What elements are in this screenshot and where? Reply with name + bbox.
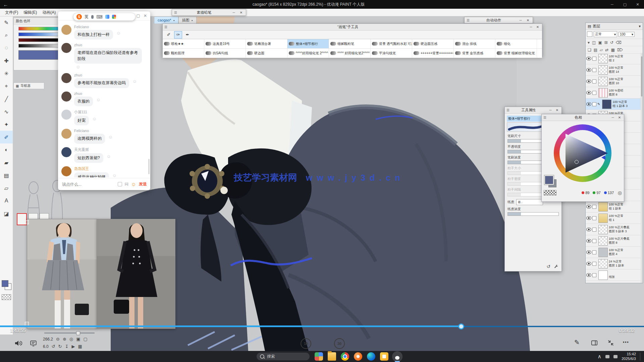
- brush-icon[interactable]: ✐: [165, 31, 173, 39]
- layer-thumbnail[interactable]: [598, 54, 608, 63]
- visibility-eye-icon[interactable]: [586, 91, 591, 95]
- add-reaction-icon[interactable]: ☺: [116, 31, 120, 36]
- more-options-icon[interactable]: ⋯: [623, 339, 629, 346]
- photo-resize-handle[interactable]: [25, 220, 29, 224]
- ime-skin-icon[interactable]: [105, 15, 109, 19]
- new-layer-icon[interactable]: ❏: [588, 48, 591, 52]
- layer-row[interactable]: ✎ ▶ 纸张: [586, 269, 641, 281]
- trash-icon[interactable]: ⌦: [617, 48, 623, 52]
- window-menu-icon[interactable]: ☰: [164, 25, 167, 29]
- visibility-eye-icon[interactable]: [586, 205, 591, 208]
- layer-row[interactable]: ✎ ▶ 24 %正常 图层 1 副本: [586, 258, 641, 269]
- tray-chevron-icon[interactable]: ∧: [597, 353, 601, 360]
- forward-30-button[interactable]: 30: [334, 338, 345, 349]
- chrome-icon[interactable]: [341, 352, 349, 361]
- layer-row[interactable]: ✎ ▶ 100 %正片叠底 图层 8: [586, 235, 641, 247]
- brush-item[interactable]: 硬边圆: [246, 49, 287, 58]
- main-sub-color-swatches[interactable]: [2, 280, 12, 290]
- transparent-swatch[interactable]: [544, 190, 556, 195]
- layer-checkbox[interactable]: [592, 216, 596, 220]
- canvas-tab[interactable]: caogao* ●: [154, 16, 178, 23]
- layers-scrollbar[interactable]: [641, 53, 643, 283]
- move-tool[interactable]: ✚: [0, 54, 13, 67]
- layer-thumbnail[interactable]: [602, 100, 611, 109]
- lock-icon[interactable]: ▣: [598, 40, 602, 45]
- file-explorer-icon[interactable]: [328, 352, 336, 361]
- brush-item[interactable]: 细化: [495, 39, 537, 48]
- sv-cursor[interactable]: [575, 160, 579, 164]
- close-icon[interactable]: ✕: [554, 108, 560, 112]
- screen-share-icon[interactable]: [30, 340, 37, 347]
- close-icon[interactable]: ✕: [631, 2, 644, 7]
- layer-thumbnail[interactable]: [598, 270, 608, 280]
- qq-icon[interactable]: [393, 352, 401, 361]
- brush-item[interactable]: 背景 细腻纹理细化笔: [495, 49, 537, 58]
- brush-item[interactable]: 背景 金箔质感: [454, 49, 495, 58]
- mic-icon[interactable]: [91, 15, 94, 19]
- menu-item[interactable]: 文件(F): [3, 10, 20, 15]
- layer-color-swatch[interactable]: [587, 32, 592, 37]
- visibility-eye-icon[interactable]: [586, 79, 591, 83]
- layer-thumbnail[interactable]: [598, 65, 608, 75]
- blend-down-icon[interactable]: ▾: [588, 40, 590, 45]
- keyboard-icon[interactable]: ⌨: [96, 14, 103, 19]
- clip-mask-icon[interactable]: ◫: [592, 40, 596, 45]
- layer-row[interactable]: ✎ ▶ 100 %正常 组 2: [586, 53, 641, 64]
- brush-item[interactable]: ^^^^ 好用细化笔2^^^^: [329, 49, 371, 58]
- eraser-tool[interactable]: ◪: [0, 207, 13, 220]
- brush-item[interactable]: 细腻颗粒笔: [329, 39, 371, 48]
- brush-item[interactable]: 颗粒肌理: [163, 49, 204, 58]
- zoom-slider-knob[interactable]: [76, 331, 80, 335]
- window-menu-icon[interactable]: ☰: [174, 11, 177, 14]
- media-app-icon[interactable]: [354, 352, 362, 361]
- rewind-10-button[interactable]: 10: [301, 338, 311, 349]
- layer-checkbox[interactable]: [592, 262, 596, 266]
- network-icon[interactable]: [605, 355, 609, 358]
- send-button[interactable]: 发送: [139, 181, 147, 187]
- fill-tool[interactable]: ▰: [0, 156, 13, 169]
- blend-mode-select[interactable]: 正常 ▾: [594, 31, 617, 37]
- opacity-select[interactable]: 100 ▾: [619, 32, 635, 37]
- layer-checkbox[interactable]: [592, 68, 596, 72]
- close-icon[interactable]: ✕: [144, 13, 147, 18]
- chevron-down-icon[interactable]: ▾: [639, 24, 641, 28]
- layer-thumbnail[interactable]: [598, 88, 608, 98]
- brush-item[interactable]: 喷枪★★: [163, 39, 204, 48]
- visibility-eye-icon[interactable]: [586, 250, 591, 254]
- layer-thumbnail[interactable]: [598, 214, 608, 223]
- ask-checkbox[interactable]: [118, 182, 122, 186]
- brush-item[interactable]: 笔椭混合著: [246, 39, 287, 48]
- taskbar-clock[interactable]: 15:42 2025/6/3: [622, 352, 636, 361]
- transfer-icon[interactable]: ⇄: [605, 48, 608, 52]
- layer-checkbox[interactable]: [592, 228, 596, 232]
- visibility-eye-icon[interactable]: [586, 273, 591, 277]
- text-tool[interactable]: A: [0, 194, 13, 207]
- timeline-handle[interactable]: [458, 323, 464, 329]
- main-color-swatch[interactable]: [2, 280, 8, 287]
- eyedropper-tool[interactable]: ⌖: [0, 80, 13, 93]
- docs-app-icon[interactable]: [380, 352, 388, 361]
- layer-thumbnail[interactable]: [598, 202, 608, 212]
- layer-checkbox[interactable]: [592, 239, 596, 243]
- show-desktop-strip[interactable]: [640, 353, 641, 361]
- merge-icon[interactable]: ▦: [611, 48, 614, 52]
- new-folder-icon[interactable]: ▤: [594, 48, 597, 52]
- avatar[interactable]: [61, 129, 71, 139]
- layer-checkbox[interactable]: [592, 57, 596, 61]
- visibility-eye-icon[interactable]: [586, 228, 591, 231]
- hue-marker[interactable]: [601, 155, 605, 160]
- transparent-color-swatch[interactable]: [2, 294, 11, 300]
- layer-row[interactable]: ✎ ▶ 100 %正常 组 1 副本 3: [586, 99, 641, 110]
- sound-icon[interactable]: [613, 355, 618, 358]
- magnifier-tool[interactable]: ⌕: [0, 29, 13, 42]
- layer-checkbox[interactable]: [592, 91, 596, 95]
- add-reaction-icon[interactable]: ☺: [92, 116, 96, 121]
- layer-row[interactable]: ✎ ▶ 100 %正片叠底 图层 5 副本 3: [586, 224, 641, 235]
- ime-language-toggle[interactable]: 英: [85, 14, 89, 20]
- maximize-icon[interactable]: ▢: [619, 2, 631, 7]
- layer-row[interactable]: ✎ ▶ 100 %变暗 图层 8: [586, 87, 641, 99]
- brush-selected-icon[interactable]: ✑: [174, 31, 182, 39]
- menu-item[interactable]: 动画(A): [40, 10, 58, 15]
- taskbar-search[interactable]: 搜索: [257, 353, 310, 360]
- brush-item[interactable]: ^^^^好用细化笔 2^^^^: [287, 49, 329, 58]
